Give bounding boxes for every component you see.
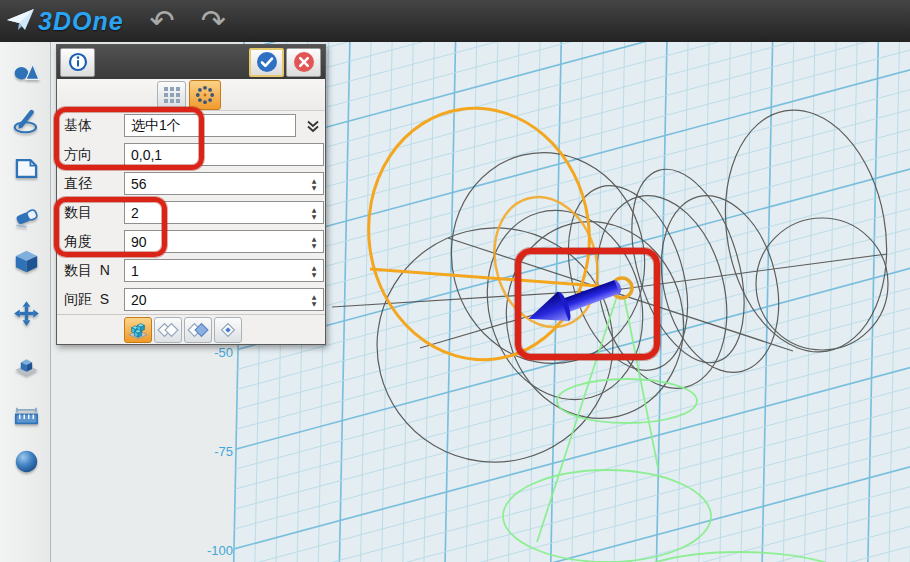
direction-input[interactable] bbox=[124, 143, 324, 166]
spacing-s-label: 间距 S bbox=[64, 291, 109, 309]
field-row-angle: 角度 ▲▼ bbox=[57, 227, 325, 256]
axis-label--50: -50 bbox=[214, 345, 233, 360]
axis-label--100: -100 bbox=[207, 543, 233, 558]
circular-pattern-tab[interactable] bbox=[189, 80, 221, 110]
count-input[interactable] bbox=[124, 201, 324, 224]
linear-pattern-tab[interactable] bbox=[157, 81, 186, 109]
diameter-input[interactable] bbox=[124, 172, 324, 195]
edit-tool-icon[interactable] bbox=[13, 203, 40, 230]
title-bar: 3DOne ↶ ↷ bbox=[0, 0, 910, 42]
circular-pattern-dialog: 基体 方向 直径 ▲▼ 数目 bbox=[56, 44, 326, 345]
angle-spinner[interactable]: ▲▼ bbox=[307, 231, 321, 253]
count-spinner[interactable]: ▲▼ bbox=[307, 202, 321, 224]
app-title: 3DOne bbox=[38, 7, 124, 36]
3done-app-window: 3DOne ↶ ↷ bbox=[0, 0, 910, 562]
measure-icon[interactable] bbox=[13, 402, 40, 429]
info-button[interactable] bbox=[60, 48, 95, 77]
sketch-plane-icon[interactable] bbox=[13, 155, 40, 182]
count-n-input[interactable] bbox=[124, 259, 324, 282]
angle-input[interactable] bbox=[124, 230, 324, 253]
diameter-label: 直径 bbox=[64, 175, 92, 193]
app-logo: 3DOne bbox=[6, 6, 124, 36]
diamond-blue-button[interactable] bbox=[184, 317, 212, 343]
field-row-direction: 方向 bbox=[57, 140, 325, 169]
field-row-spacing-s: 间距 S ▲▼ bbox=[57, 285, 325, 314]
dialog-header bbox=[57, 45, 325, 79]
field-row-count-n: 数目 N ▲▼ bbox=[57, 256, 325, 285]
axis-label--75: -75 bbox=[214, 444, 233, 459]
feature-cube-icon[interactable] bbox=[13, 248, 40, 275]
pattern-type-tabs bbox=[57, 79, 325, 111]
confirm-button[interactable] bbox=[249, 48, 284, 77]
spacing-s-spinner[interactable]: ▲▼ bbox=[307, 289, 321, 311]
paper-plane-icon bbox=[6, 6, 36, 36]
pattern-icon[interactable] bbox=[13, 352, 40, 379]
count-n-spinner[interactable]: ▲▼ bbox=[307, 260, 321, 282]
sketch-pen-icon[interactable] bbox=[13, 107, 40, 134]
primitives-icon[interactable] bbox=[13, 58, 40, 85]
spacing-s-input[interactable] bbox=[124, 288, 324, 311]
angle-label: 角度 bbox=[64, 233, 92, 251]
redo-button[interactable]: ↷ bbox=[201, 6, 226, 36]
cancel-button[interactable] bbox=[286, 48, 321, 77]
diamond-dot-button[interactable] bbox=[214, 317, 242, 343]
tool-sidebar bbox=[0, 42, 51, 562]
dialog-bottom-toolbar bbox=[57, 314, 325, 346]
direction-label: 方向 bbox=[64, 146, 92, 164]
material-sphere-icon[interactable] bbox=[13, 448, 40, 475]
count-label: 数目 bbox=[64, 204, 92, 222]
count-n-label: 数目 N bbox=[64, 262, 110, 280]
diameter-spinner[interactable]: ▲▼ bbox=[307, 173, 321, 195]
pattern-cubes-button[interactable] bbox=[124, 317, 152, 343]
chevron-double-down-icon[interactable] bbox=[302, 114, 324, 137]
field-row-diameter: 直径 ▲▼ bbox=[57, 169, 325, 198]
diamonds-white-button[interactable] bbox=[154, 317, 182, 343]
base-input[interactable] bbox=[124, 114, 296, 137]
dialog-form: 基体 方向 直径 ▲▼ 数目 bbox=[57, 111, 325, 314]
field-row-count: 数目 ▲▼ bbox=[57, 198, 325, 227]
field-row-base: 基体 bbox=[57, 111, 325, 140]
move-icon[interactable] bbox=[13, 300, 40, 327]
base-label: 基体 bbox=[64, 117, 92, 135]
undo-button[interactable]: ↶ bbox=[150, 6, 175, 36]
